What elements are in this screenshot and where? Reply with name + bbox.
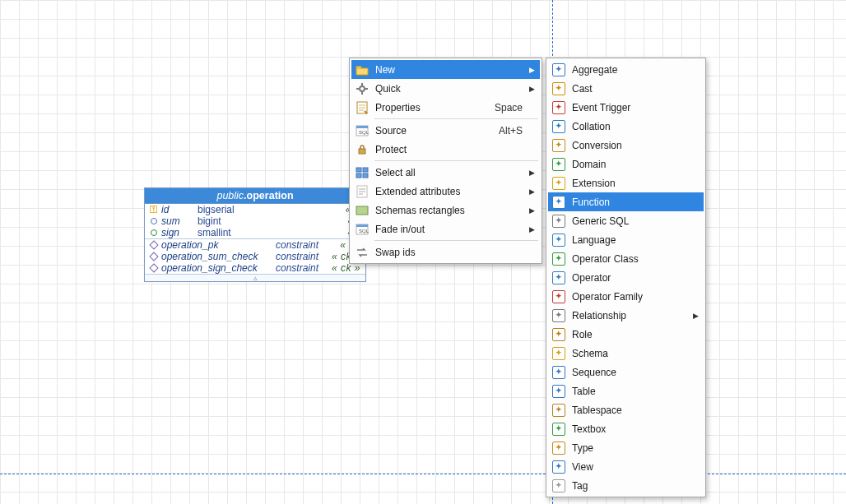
submenu-item-aggregate[interactable]: ✦Aggregate bbox=[548, 60, 704, 79]
menu-item-shortcut: Space bbox=[495, 102, 523, 113]
menu-item-selectall[interactable]: Select all▶ bbox=[351, 163, 540, 182]
column-row[interactable]: ⚿ id bigserial « p bbox=[145, 204, 365, 215]
submenu-item-genericsql[interactable]: ✦Generic SQL bbox=[548, 211, 704, 230]
func-icon: ✦ bbox=[551, 195, 566, 210]
constraint-row[interactable]: operation_sum_check constraint « ck » bbox=[145, 251, 365, 262]
submenu-arrow-icon: ▶ bbox=[692, 312, 699, 320]
text-icon bbox=[355, 184, 370, 199]
columns-section: ⚿ id bigserial « p sum bigint « r sign s… bbox=[145, 204, 365, 238]
submenu-item-eventtrigger[interactable]: ✦Event Trigger bbox=[548, 98, 704, 117]
constraint-kind: constraint bbox=[276, 251, 328, 262]
menu-item-properties[interactable]: PropertiesSpace bbox=[351, 98, 540, 117]
submenu-arrow-icon: ▶ bbox=[528, 187, 535, 196]
menu-item-extattrs[interactable]: Extended attributes▶ bbox=[351, 182, 540, 201]
submenu-item-label: Relationship bbox=[572, 310, 686, 321]
submenu-item-label: Sequence bbox=[572, 367, 686, 378]
svg-rect-15 bbox=[363, 168, 368, 172]
constraint-kind: constraint bbox=[276, 262, 328, 274]
menu-item-new[interactable]: New▶ bbox=[351, 60, 540, 79]
submenu-item-label: Function bbox=[572, 197, 686, 208]
table-name: operation bbox=[247, 190, 294, 201]
sheet-icon bbox=[355, 100, 370, 115]
swap-icon bbox=[355, 245, 370, 260]
table-object[interactable]: public.operation ⚿ id bigserial « p sum … bbox=[144, 187, 366, 282]
svg-rect-11 bbox=[356, 126, 368, 128]
submenu-item-textbox[interactable]: ✦Textbox bbox=[548, 419, 704, 438]
submenu-item-role[interactable]: ✦Role bbox=[548, 325, 704, 344]
column-type: bigint bbox=[198, 215, 344, 227]
submenu-item-function[interactable]: ✦Function bbox=[548, 192, 704, 211]
submenu-item-label: Type bbox=[572, 442, 686, 454]
lang-icon: ✦ bbox=[551, 233, 566, 247]
menu-item-protect[interactable]: Protect bbox=[351, 140, 540, 159]
table-titlebar[interactable]: public.operation bbox=[145, 188, 365, 204]
column-type: smallint bbox=[198, 227, 344, 238]
submenu-item-extension[interactable]: ✦Extension bbox=[548, 173, 704, 192]
submenu-item-table[interactable]: ✦Table bbox=[548, 381, 704, 400]
menu-item-schemarect[interactable]: Schemas rectangles▶ bbox=[351, 201, 540, 220]
txt-icon: ✦ bbox=[551, 422, 566, 437]
constraint-name: operation_pk bbox=[161, 239, 272, 251]
submenu-item-operator[interactable]: ✦Operator bbox=[548, 268, 704, 287]
constraint-row[interactable]: operation_sign_check constraint « ck » bbox=[145, 262, 365, 274]
menu-item-swapids[interactable]: Swap ids bbox=[351, 243, 540, 261]
folder-icon bbox=[355, 62, 370, 77]
submenu-item-label: Event Trigger bbox=[572, 102, 686, 113]
submenu-item-conversion[interactable]: ✦Conversion bbox=[548, 136, 704, 155]
submenu-item-collation[interactable]: ✦Collation bbox=[548, 117, 704, 136]
menu-item-source[interactable]: SQLSourceAlt+S bbox=[351, 121, 540, 140]
submenu-item-label: Role bbox=[572, 329, 686, 340]
submenu-arrow-icon: ▶ bbox=[528, 85, 535, 93]
op-icon: ✦ bbox=[551, 270, 566, 285]
constraint-name: operation_sum_check bbox=[161, 251, 272, 262]
submenu-item-opfamily[interactable]: ✦Operator Family bbox=[548, 287, 704, 306]
submenu-item-view[interactable]: ✦View bbox=[548, 457, 704, 476]
table-resize-grip[interactable]: ▵ bbox=[145, 274, 365, 281]
submenu-item-label: Generic SQL bbox=[572, 215, 686, 227]
tbl-icon: ✦ bbox=[551, 384, 566, 399]
submenu-item-label: Conversion bbox=[572, 140, 686, 151]
new-submenu: ✦Aggregate✦Cast✦Event Trigger✦Collation✦… bbox=[546, 58, 706, 497]
constraint-kind: constraint bbox=[276, 239, 337, 251]
seq-icon: ✦ bbox=[551, 365, 566, 380]
column-row[interactable]: sum bigint « r bbox=[145, 215, 365, 227]
submenu-item-domain[interactable]: ✦Domain bbox=[548, 155, 704, 173]
menu-separator bbox=[374, 240, 538, 241]
submenu-item-label: Schema bbox=[572, 348, 686, 359]
submenu-item-cast[interactable]: ✦Cast bbox=[548, 79, 704, 98]
submenu-arrow-icon: ▶ bbox=[528, 206, 535, 215]
column-icon bbox=[150, 229, 158, 236]
menu-item-label: Properties bbox=[375, 102, 477, 113]
submenu-item-label: Aggregate bbox=[572, 64, 686, 76]
svg-rect-22 bbox=[356, 206, 368, 215]
constraint-row[interactable]: operation_pk constraint « pk bbox=[145, 239, 365, 251]
menu-separator bbox=[374, 118, 538, 119]
cast-icon: ✦ bbox=[551, 81, 566, 96]
role-icon: ✦ bbox=[551, 327, 566, 342]
lock-icon bbox=[355, 142, 370, 157]
submenu-item-schema[interactable]: ✦Schema bbox=[548, 344, 704, 363]
coll-icon: ✦ bbox=[551, 119, 566, 134]
menu-separator bbox=[374, 160, 538, 161]
gsql-icon: ✦ bbox=[551, 214, 566, 229]
submenu-item-opclass[interactable]: ✦Operator Class bbox=[548, 249, 704, 268]
menu-item-fade[interactable]: SQLFade in/out▶ bbox=[351, 220, 540, 238]
menu-item-label: Select all bbox=[375, 167, 523, 178]
submenu-item-tablespace[interactable]: ✦Tablespace bbox=[548, 400, 704, 419]
submenu-item-label: Domain bbox=[572, 159, 686, 170]
svg-point-1 bbox=[360, 86, 365, 91]
column-type: bigserial bbox=[198, 204, 342, 215]
submenu-item-tag[interactable]: ✦Tag bbox=[548, 476, 704, 495]
constraint-icon bbox=[150, 242, 158, 248]
menu-item-quick[interactable]: Quick▶ bbox=[351, 79, 540, 98]
menu-item-label: Source bbox=[375, 125, 481, 136]
context-menu: New▶Quick▶PropertiesSpaceSQLSourceAlt+SP… bbox=[349, 58, 542, 264]
submenu-item-language[interactable]: ✦Language bbox=[548, 230, 704, 249]
submenu-item-type[interactable]: ✦Type bbox=[548, 438, 704, 457]
submenu-item-relationship[interactable]: ✦Relationship▶ bbox=[548, 306, 704, 325]
column-row[interactable]: sign smallint « r bbox=[145, 227, 365, 238]
constraint-icon bbox=[150, 253, 158, 260]
column-name: id bbox=[161, 204, 194, 215]
submenu-item-label: View bbox=[572, 461, 686, 473]
submenu-item-sequence[interactable]: ✦Sequence bbox=[548, 363, 704, 381]
